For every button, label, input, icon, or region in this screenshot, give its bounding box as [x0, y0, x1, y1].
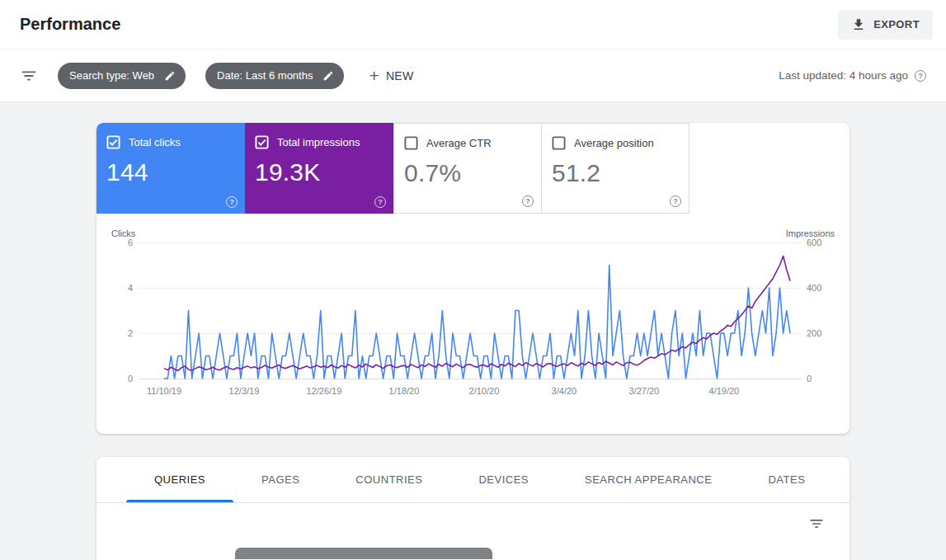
average-ctr-value: 0.7% [404, 159, 531, 187]
x-tick-label: 4/19/20 [709, 386, 740, 396]
help-icon[interactable]: ? [374, 196, 386, 208]
metrics-filler [689, 123, 850, 214]
filter-list-icon[interactable] [20, 67, 38, 85]
table-filter-row [96, 503, 850, 548]
x-tick-label: 2/10/20 [469, 386, 500, 396]
y-tick-label: 0 [128, 374, 133, 384]
tab-dates[interactable]: DATES [740, 457, 833, 502]
help-icon[interactable]: ? [226, 196, 238, 208]
dimension-table-card: QUERIES PAGES COUNTRIES DEVICES SEARCH A… [96, 457, 850, 560]
tab-countries[interactable]: COUNTRIES [327, 457, 450, 502]
export-label: EXPORT [873, 18, 920, 31]
table-filter-icon[interactable] [808, 515, 825, 535]
x-tick-label: 12/3/19 [229, 386, 260, 396]
checkbox-empty-icon[interactable] [404, 136, 418, 150]
left-ticks: 6420 [111, 242, 133, 379]
y-tick-label: 400 [807, 283, 821, 293]
series-clicks-line [164, 266, 790, 379]
y-tick-label: 600 [807, 238, 821, 247]
search-type-chip[interactable]: Search type: Web [58, 63, 186, 89]
x-tick-label: 3/4/20 [552, 386, 577, 396]
last-updated-text: Last updated: 4 hours ago [779, 69, 908, 82]
search-type-chip-label: Search type: Web [69, 69, 154, 82]
average-ctr-label: Average CTR [426, 137, 492, 149]
checkbox-checked-icon[interactable] [106, 135, 120, 149]
download-icon [851, 17, 866, 32]
edit-pencil-icon [322, 70, 334, 82]
y-tick-label: 6 [128, 238, 133, 247]
filter-bar: Search type: Web Date: Last 6 months + N… [0, 49, 946, 101]
total-clicks-label: Total clicks [129, 136, 181, 148]
x-tick-label: 3/27/20 [629, 386, 660, 396]
checkbox-checked-icon[interactable] [255, 135, 269, 149]
performance-card: Total clicks 144 ? Total impressions 19.… [96, 123, 850, 434]
date-range-chip-label: Date: Last 6 months [217, 69, 313, 82]
main-content: Total clicks 144 ? Total impressions 19.… [96, 123, 850, 560]
new-filter-button[interactable]: + NEW [364, 66, 418, 85]
new-filter-label: NEW [386, 69, 413, 82]
metrics-row: Total clicks 144 ? Total impressions 19.… [96, 123, 850, 214]
y-tick-label: 2 [128, 328, 133, 338]
x-tick-label: 11/10/19 [147, 386, 181, 396]
tab-search-appearance[interactable]: SEARCH APPEARANCE [557, 457, 740, 502]
performance-chart: Clicks Impressions 6420 6004002000 11/10… [111, 228, 835, 412]
total-clicks-tile[interactable]: Total clicks 144 ? [96, 123, 245, 214]
export-button[interactable]: EXPORT [838, 10, 933, 40]
average-position-value: 51.2 [552, 159, 679, 187]
total-impressions-value: 19.3K [255, 158, 384, 186]
average-ctr-tile[interactable]: Average CTR 0.7% ? [393, 123, 542, 214]
help-icon[interactable]: ? [522, 195, 534, 207]
y-tick-label: 200 [807, 328, 821, 338]
chart-svg [139, 242, 802, 379]
x-tick-label: 12/26/19 [307, 386, 342, 396]
table-loading-bar [235, 548, 492, 559]
help-icon[interactable]: ? [670, 195, 681, 207]
help-icon[interactable]: ? [915, 70, 926, 82]
tab-queries[interactable]: QUERIES [126, 457, 233, 502]
right-ticks: 6004002000 [807, 242, 835, 379]
page-title: Performance [20, 15, 120, 34]
edit-pencil-icon [164, 70, 176, 82]
chart-plot[interactable] [139, 242, 802, 379]
average-position-label: Average position [574, 137, 654, 149]
dimension-tabs: QUERIES PAGES COUNTRIES DEVICES SEARCH A… [96, 457, 850, 503]
app-header: Performance EXPORT [0, 0, 946, 49]
tab-devices[interactable]: DEVICES [450, 457, 557, 502]
total-impressions-label: Total impressions [277, 136, 360, 148]
total-impressions-tile[interactable]: Total impressions 19.3K ? [245, 123, 393, 214]
y-tick-label: 4 [128, 283, 133, 293]
date-range-chip[interactable]: Date: Last 6 months [205, 63, 344, 89]
y-tick-label: 0 [807, 374, 812, 384]
x-labels: 11/10/1912/3/1912/26/191/18/202/10/203/4… [139, 386, 802, 401]
checkbox-empty-icon[interactable] [552, 136, 566, 150]
x-tick-label: 1/18/20 [389, 386, 420, 396]
average-position-tile[interactable]: Average position 51.2 ? [541, 123, 689, 214]
plus-icon: + [369, 67, 379, 84]
last-updated: Last updated: 4 hours ago ? [779, 69, 926, 82]
tab-pages[interactable]: PAGES [233, 457, 327, 502]
total-clicks-value: 144 [106, 158, 235, 186]
